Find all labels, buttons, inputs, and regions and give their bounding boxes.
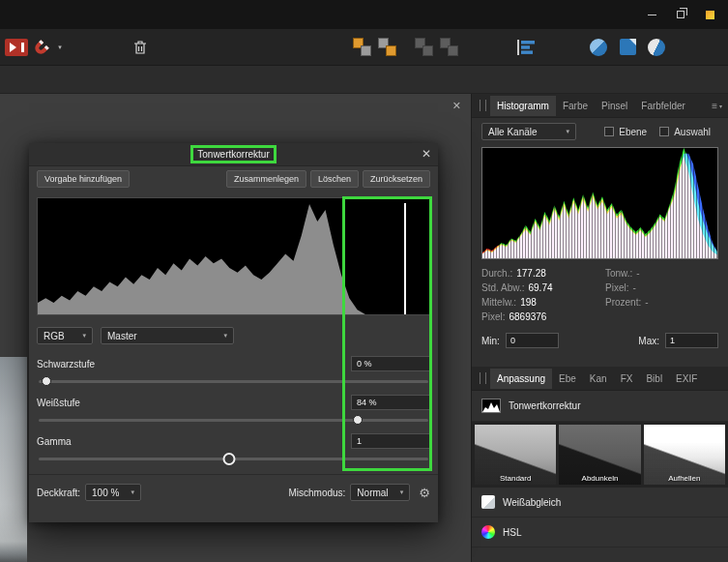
close-icon — [706, 11, 714, 19]
delete-button[interactable]: Löschen — [310, 170, 359, 188]
color-model-select[interactable]: RGB ▾ — [37, 327, 93, 344]
reset-button[interactable]: Zurücksetzen — [363, 170, 430, 188]
view-close-icon[interactable]: ✕ — [452, 101, 461, 111]
max-input[interactable] — [665, 333, 718, 348]
panel-tab-bar: Histogramm Farbe Pinsel Farbfelder ≡ ▾ — [472, 94, 728, 118]
preset-aufhellen[interactable]: Aufhellen — [644, 425, 725, 485]
chevron-down-icon: ▾ — [58, 44, 62, 51]
document-photo[interactable] — [0, 357, 27, 562]
gamma-value[interactable]: 1 — [351, 433, 430, 449]
adjustment-levels-row[interactable]: Tonwertkorrektur — [472, 391, 728, 422]
menu-icon: ≡ — [712, 101, 717, 111]
stat-average: Durch.:177.28 — [481, 266, 605, 281]
tab-anpassung[interactable]: Anpassung — [490, 369, 552, 389]
tab-pinsel[interactable]: Pinsel — [595, 96, 634, 116]
white-level-value[interactable]: 84 % — [351, 395, 430, 410]
gamma-label: Gamma — [37, 436, 72, 447]
selection-checkbox-label: Auswahl — [674, 127, 711, 137]
dialog-titlebar[interactable]: Tonwertkorrektur ✕ — [29, 143, 438, 166]
insert-below-icon[interactable] — [437, 34, 462, 61]
adjustment-white-balance-row[interactable]: Weißabgleich — [472, 488, 728, 518]
panel-menu-icon[interactable]: ≡ ▾ — [712, 101, 724, 111]
tab-kanaele[interactable]: Kan — [583, 369, 614, 389]
tab-ebenen[interactable]: Ebe — [552, 369, 583, 389]
minimize-button[interactable] — [637, 2, 666, 27]
panel-drag-handle[interactable] — [480, 372, 486, 384]
restore-button[interactable] — [666, 2, 695, 27]
min-input[interactable] — [506, 333, 559, 348]
insert-inside-icon[interactable] — [375, 34, 400, 61]
histogram-stats: Durch.:177.28 Std. Abw.:69.74 Mittelw.:1… — [472, 259, 728, 326]
channels-dropdown[interactable]: Alle Kanäle ▾ — [481, 123, 576, 140]
add-preset-button[interactable]: Vorgabe hinzufügen — [37, 170, 130, 188]
stat-tone: Tonw.:- — [605, 266, 718, 281]
stat-std-dev: Std. Abw.:69.74 — [481, 281, 605, 295]
tab-farbfelder[interactable]: Farbfelder — [634, 96, 692, 116]
rgb-histogram — [481, 147, 718, 259]
snapping-options-icon[interactable] — [4, 34, 29, 61]
dialog-title: Tonwertkorrektur — [197, 149, 269, 160]
tab-bibliothek[interactable]: Bibl — [639, 369, 669, 389]
adjustment-white-balance-label: Weißabgleich — [503, 497, 561, 508]
histogram-comb-overlay — [482, 148, 717, 258]
color-model-value: RGB — [44, 331, 65, 341]
channel-select[interactable]: Master ▾ — [101, 327, 234, 344]
panel-drag-handle[interactable] — [480, 100, 486, 111]
context-toolbar — [0, 66, 728, 94]
insert-above-icon[interactable] — [412, 34, 437, 61]
tab-exif[interactable]: EXIF — [669, 369, 704, 389]
channel-select-row: RGB ▾ Master ▾ — [29, 315, 438, 344]
dialog-button-row: Vorgabe hinzufügen Zusammenlegen Löschen… — [29, 166, 438, 192]
preset-standard[interactable]: Standard — [475, 425, 556, 485]
magnet-dropdown-chevron[interactable]: ▾ — [54, 34, 66, 61]
alignment-icon[interactable] — [514, 34, 539, 61]
white-level-slider[interactable] — [39, 419, 428, 422]
white-level-label: Weißstufe — [37, 398, 80, 408]
min-label: Min: — [481, 336, 500, 346]
layer-checkbox[interactable] — [604, 127, 614, 136]
black-level-slider[interactable] — [39, 380, 428, 383]
adjustment-hsl-row[interactable]: HSL — [472, 518, 728, 547]
adjustment-levels-label: Tonwertkorrektur — [509, 400, 580, 411]
opacity-select[interactable]: 100 % ▾ — [85, 484, 141, 501]
opacity-label: Deckkraft: — [37, 488, 80, 498]
close-button[interactable] — [695, 2, 724, 27]
blend-mode-value: Normal — [357, 488, 388, 498]
tab-farbe[interactable]: Farbe — [556, 96, 595, 116]
main-toolbar: ▾ — [0, 29, 728, 66]
tab-histogramm[interactable]: Histogramm — [490, 96, 556, 116]
canvas-area: ✕ Tonwertkorrektur ✕ Vorgabe hinzufügen … — [0, 94, 471, 562]
blend-mode-select[interactable]: Normal ▾ — [350, 484, 410, 501]
gear-icon[interactable]: ⚙ — [419, 486, 430, 500]
split-view-icon[interactable] — [644, 34, 669, 61]
stat-pixel: Pixel:- — [605, 281, 718, 295]
gamma-row: Gamma 1 — [29, 422, 438, 449]
channels-dropdown-value: Alle Kanäle — [488, 127, 538, 137]
chevron-down-icon: ▾ — [124, 488, 135, 496]
gamma-slider[interactable] — [39, 458, 428, 460]
quick-mask-icon[interactable] — [586, 34, 611, 61]
dialog-close-icon[interactable]: ✕ — [422, 147, 431, 161]
minimize-icon — [648, 15, 656, 15]
preset-standard-label: Standard — [475, 474, 556, 483]
dialog-footer: Deckkraft: 100 % ▾ Mischmodus: Normal ▾ … — [29, 475, 438, 510]
insert-behind-icon[interactable] — [350, 34, 375, 61]
tab-fx[interactable]: FX — [614, 369, 640, 389]
adjustment-tab-bar: Anpassung Ebe Kan FX Bibl EXIF — [472, 367, 728, 391]
levels-adjustment-icon — [481, 399, 501, 413]
black-level-row: Schwarzstufe 0 % — [29, 344, 438, 371]
delete-icon[interactable] — [128, 34, 153, 61]
merge-button[interactable]: Zusammenlegen — [226, 170, 306, 188]
right-panel: Histogramm Farbe Pinsel Farbfelder ≡ ▾ A… — [471, 94, 728, 562]
window-controls — [637, 0, 724, 29]
magnet-snapping-icon[interactable] — [29, 34, 54, 61]
histogram-spike — [404, 203, 406, 314]
preset-abdunkeln[interactable]: Abdunkeln — [559, 425, 640, 485]
black-level-slider-thumb[interactable] — [42, 376, 51, 386]
selection-checkbox[interactable] — [659, 127, 669, 136]
white-level-slider-thumb[interactable] — [353, 415, 363, 425]
gamma-slider-thumb[interactable] — [223, 453, 236, 465]
black-level-value[interactable]: 0 % — [351, 356, 430, 371]
assistant-icon[interactable] — [615, 34, 640, 61]
chevron-down-icon: ▾ — [74, 332, 86, 340]
